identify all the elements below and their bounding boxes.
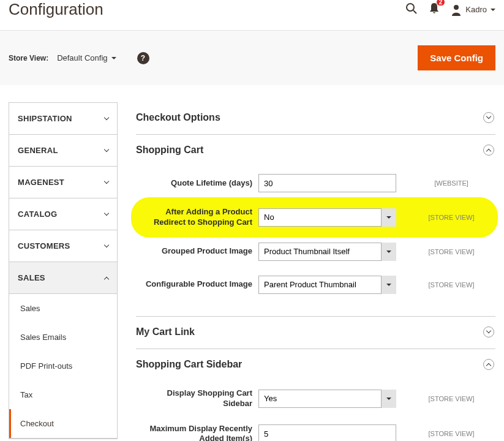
section-checkout-options[interactable]: Checkout Options [136, 102, 495, 134]
chevron-down-icon [104, 210, 109, 215]
field-label: Display Shopping Cart Sidebar [136, 388, 252, 409]
notifications-icon[interactable]: 2 [429, 2, 440, 17]
redirect-select[interactable]: No [258, 208, 396, 227]
chevron-down-icon [104, 242, 109, 247]
user-name: Kadro [465, 5, 487, 14]
store-view-label: Store View: [9, 54, 48, 62]
sidebar-sub-sales[interactable]: Sales [9, 294, 117, 323]
quote-lifetime-input[interactable] [258, 174, 396, 192]
config-sidebar: SHIPSTATION GENERAL MAGENEST CATALOG CUS… [9, 102, 118, 439]
user-icon [451, 4, 462, 16]
collapse-icon [483, 359, 494, 370]
section-cart-sidebar[interactable]: Shopping Cart Sidebar [136, 349, 495, 381]
chevron-down-icon [104, 146, 109, 151]
field-label: After Adding a Product Redirect to Shopp… [136, 207, 252, 228]
store-view-switcher[interactable]: Default Config [57, 53, 116, 62]
scope-label: [STORE VIEW] [421, 430, 482, 437]
sidebar-item-sales[interactable]: SALES [9, 262, 117, 294]
expand-icon [483, 326, 494, 337]
sidebar-sub-checkout[interactable]: Checkout [9, 409, 117, 438]
collapse-icon [483, 145, 494, 156]
field-label: Quote Lifetime (days) [136, 178, 252, 189]
grouped-image-select[interactable]: Product Thumbnail Itself [258, 243, 396, 261]
page-title: Configuration [9, 0, 103, 19]
help-icon[interactable]: ? [137, 52, 149, 64]
chevron-down-icon [104, 115, 109, 119]
expand-icon [483, 112, 494, 123]
field-label: Grouped Product Image [136, 246, 252, 257]
scope-label: [STORE VIEW] [421, 395, 482, 402]
display-sidebar-select[interactable]: Yes [258, 390, 396, 408]
chevron-down-icon [104, 178, 109, 183]
scope-label: [WEBSITE] [421, 179, 482, 187]
field-label: Configurable Product Image [136, 279, 252, 290]
svg-line-1 [413, 10, 416, 13]
field-label: Maximum Display Recently Added Item(s) [136, 424, 252, 441]
chevron-up-icon [104, 276, 109, 281]
sidebar-item-customers[interactable]: CUSTOMERS [9, 230, 117, 262]
sidebar-item-general[interactable]: GENERAL [9, 135, 117, 167]
chevron-down-icon [491, 9, 495, 13]
sidebar-item-catalog[interactable]: CATALOG [9, 198, 117, 230]
chevron-down-icon [111, 57, 116, 62]
scope-label: [STORE VIEW] [421, 214, 482, 221]
sidebar-sub-pdf[interactable]: PDF Print-outs [9, 352, 117, 380]
section-my-cart-link[interactable]: My Cart Link [136, 317, 495, 349]
search-icon[interactable] [405, 2, 418, 17]
sidebar-item-shipstation[interactable]: SHIPSTATION [9, 103, 117, 135]
save-config-button[interactable]: Save Config [418, 45, 495, 70]
svg-point-0 [407, 4, 414, 11]
scope-label: [STORE VIEW] [421, 281, 482, 288]
configurable-image-select[interactable]: Parent Product Thumbnail [258, 276, 396, 294]
notif-badge: 2 [437, 0, 445, 6]
svg-point-2 [454, 5, 459, 10]
section-shopping-cart[interactable]: Shopping Cart [136, 135, 495, 167]
sidebar-sub-tax[interactable]: Tax [9, 380, 117, 409]
user-menu[interactable]: Kadro [451, 4, 495, 16]
scope-label: [STORE VIEW] [421, 248, 482, 255]
sidebar-item-magenest[interactable]: MAGENEST [9, 167, 117, 198]
max-items-input[interactable] [258, 424, 396, 441]
sidebar-sub-sales-emails[interactable]: Sales Emails [9, 323, 117, 352]
